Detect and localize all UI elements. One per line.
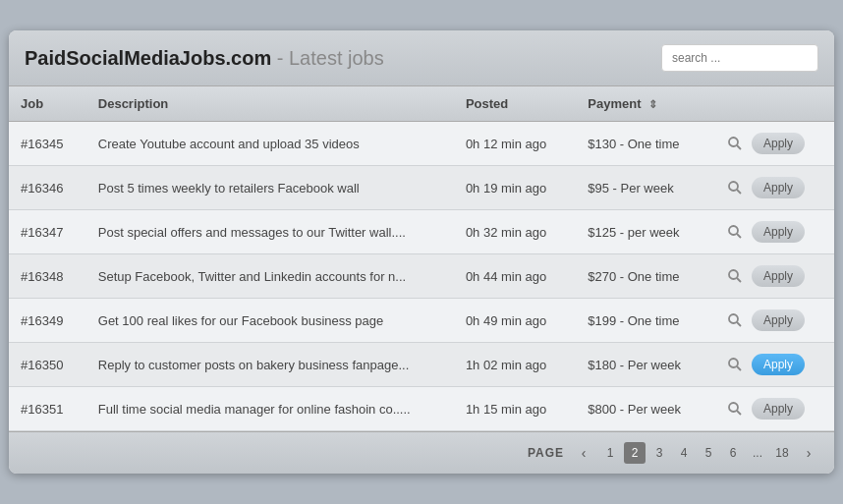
cell-job-2: #16347 bbox=[9, 210, 86, 254]
cell-payment-0: $130 - One time bbox=[576, 122, 712, 166]
cell-desc-2: Post special offers and messages to our … bbox=[86, 210, 454, 254]
preview-icon-2[interactable] bbox=[724, 221, 746, 243]
table-row: #16351 Full time social media manager fo… bbox=[9, 387, 834, 431]
page-btn-1[interactable]: 1 bbox=[599, 442, 621, 464]
col-description: Description bbox=[86, 86, 454, 122]
cell-payment-1: $95 - Per week bbox=[576, 166, 712, 210]
apply-button-2[interactable]: Apply bbox=[752, 221, 805, 243]
cell-job-6: #16351 bbox=[9, 387, 86, 431]
cell-actions-6: Apply bbox=[712, 387, 834, 431]
next-page-button[interactable]: › bbox=[799, 443, 818, 463]
cell-actions-3: Apply bbox=[712, 254, 834, 299]
svg-line-3 bbox=[737, 190, 741, 194]
apply-button-6[interactable]: Apply bbox=[752, 398, 805, 420]
svg-line-7 bbox=[737, 278, 741, 282]
page-btn-6[interactable]: 6 bbox=[722, 442, 744, 464]
page-btn-18[interactable]: 18 bbox=[771, 442, 793, 464]
search-input[interactable] bbox=[661, 44, 818, 72]
cell-desc-1: Post 5 times weekly to retailers Faceboo… bbox=[86, 166, 454, 210]
table-row: #16350 Reply to customer posts on bakery… bbox=[9, 343, 834, 387]
cell-payment-4: $199 - One time bbox=[576, 299, 712, 343]
svg-point-10 bbox=[729, 359, 738, 367]
sort-arrows-icon[interactable]: ⇕ bbox=[648, 98, 657, 111]
cell-actions-0: Apply bbox=[712, 122, 834, 166]
main-container: PaidSocialMediaJobs.com - Latest jobs Jo… bbox=[9, 30, 834, 474]
svg-line-5 bbox=[737, 234, 741, 238]
cell-posted-4: 0h 49 min ago bbox=[454, 299, 576, 343]
cell-posted-6: 1h 15 min ago bbox=[454, 387, 576, 431]
cell-job-5: #16350 bbox=[9, 343, 86, 387]
preview-icon-1[interactable] bbox=[724, 177, 746, 198]
cell-posted-2: 0h 32 min ago bbox=[454, 210, 576, 254]
preview-icon-4[interactable] bbox=[724, 309, 746, 331]
cell-desc-4: Get 100 real likes for our Facebook busi… bbox=[86, 299, 454, 343]
cell-payment-2: $125 - per week bbox=[576, 210, 712, 254]
cell-desc-0: Create Youtube account and upload 35 vid… bbox=[86, 122, 454, 166]
svg-point-8 bbox=[729, 314, 738, 323]
svg-line-13 bbox=[737, 411, 741, 415]
cell-posted-0: 0h 12 min ago bbox=[454, 122, 576, 166]
cell-desc-6: Full time social media manager for onlin… bbox=[86, 387, 454, 431]
page-btn-5[interactable]: 5 bbox=[698, 442, 719, 464]
header: PaidSocialMediaJobs.com - Latest jobs bbox=[9, 30, 834, 86]
cell-actions-2: Apply bbox=[712, 210, 834, 254]
table-row: #16345 Create Youtube account and upload… bbox=[9, 122, 834, 166]
page-buttons: 123456...18 bbox=[599, 442, 793, 464]
pagination-bar: PAGE ‹ 123456...18 › bbox=[9, 431, 834, 474]
jobs-table: Job Description Posted Payment ⇕ #16345 … bbox=[9, 86, 834, 431]
cell-payment-5: $180 - Per week bbox=[576, 343, 712, 387]
col-job: Job bbox=[9, 86, 86, 122]
cell-desc-3: Setup Facebook, Twitter and Linkedin acc… bbox=[86, 254, 454, 299]
page-ellipsis: ... bbox=[747, 442, 768, 464]
svg-point-2 bbox=[729, 182, 738, 191]
site-name: PaidSocialMediaJobs.com bbox=[25, 47, 271, 69]
svg-point-4 bbox=[729, 226, 738, 235]
svg-point-12 bbox=[729, 403, 738, 412]
site-subtitle: - Latest jobs bbox=[271, 47, 384, 69]
preview-icon-5[interactable] bbox=[724, 354, 746, 375]
table-row: #16346 Post 5 times weekly to retailers … bbox=[9, 166, 834, 210]
table-header-row: Job Description Posted Payment ⇕ bbox=[9, 86, 834, 122]
col-actions bbox=[712, 86, 834, 122]
col-posted: Posted bbox=[454, 86, 576, 122]
table-row: #16347 Post special offers and messages … bbox=[9, 210, 834, 254]
cell-job-0: #16345 bbox=[9, 122, 86, 166]
svg-point-0 bbox=[729, 138, 738, 146]
preview-icon-6[interactable] bbox=[724, 398, 746, 420]
table-row: #16349 Get 100 real likes for our Facebo… bbox=[9, 299, 834, 343]
cell-job-3: #16348 bbox=[9, 254, 86, 299]
cell-posted-3: 0h 44 min ago bbox=[454, 254, 576, 299]
cell-posted-5: 1h 02 min ago bbox=[454, 343, 576, 387]
page-label: PAGE bbox=[528, 446, 564, 460]
prev-page-button[interactable]: ‹ bbox=[574, 443, 593, 463]
cell-posted-1: 0h 19 min ago bbox=[454, 166, 576, 210]
apply-button-4[interactable]: Apply bbox=[752, 309, 805, 331]
apply-button-0[interactable]: Apply bbox=[752, 133, 805, 154]
cell-desc-5: Reply to customer posts on bakery busine… bbox=[86, 343, 454, 387]
cell-actions-1: Apply bbox=[712, 166, 834, 210]
svg-line-1 bbox=[737, 145, 741, 149]
cell-payment-3: $270 - One time bbox=[576, 254, 712, 299]
page-btn-2[interactable]: 2 bbox=[624, 442, 646, 464]
svg-line-9 bbox=[737, 322, 741, 326]
col-payment: Payment ⇕ bbox=[576, 86, 712, 122]
page-btn-3[interactable]: 3 bbox=[648, 442, 670, 464]
svg-line-11 bbox=[737, 366, 741, 370]
page-btn-4[interactable]: 4 bbox=[673, 442, 695, 464]
cell-actions-5: Apply bbox=[712, 343, 834, 387]
cell-job-4: #16349 bbox=[9, 299, 86, 343]
preview-icon-3[interactable] bbox=[724, 265, 746, 287]
cell-payment-6: $800 - Per week bbox=[576, 387, 712, 431]
table-row: #16348 Setup Facebook, Twitter and Linke… bbox=[9, 254, 834, 299]
cell-job-1: #16346 bbox=[9, 166, 86, 210]
svg-point-6 bbox=[729, 270, 738, 279]
site-title: PaidSocialMediaJobs.com - Latest jobs bbox=[25, 47, 384, 70]
cell-actions-4: Apply bbox=[712, 299, 834, 343]
preview-icon-0[interactable] bbox=[724, 133, 746, 154]
apply-button-5[interactable]: Apply bbox=[752, 354, 805, 375]
apply-button-3[interactable]: Apply bbox=[752, 265, 805, 287]
apply-button-1[interactable]: Apply bbox=[752, 177, 805, 198]
